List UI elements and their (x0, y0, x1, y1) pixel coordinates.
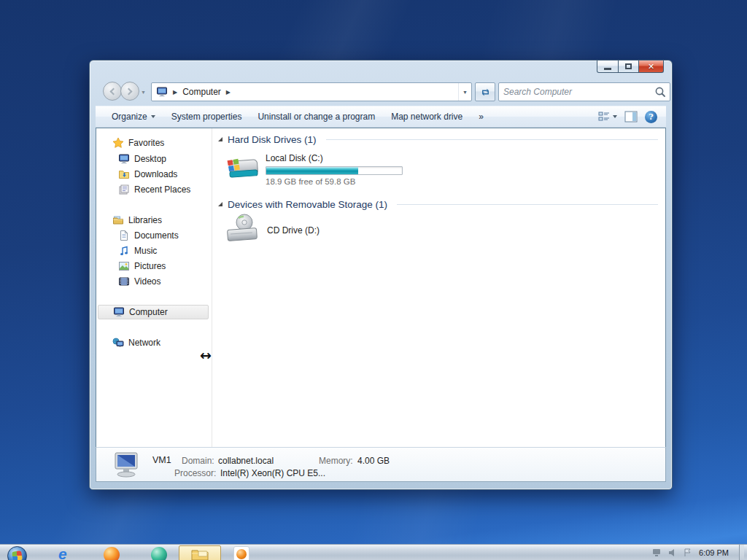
tray-network-icon[interactable] (652, 548, 662, 557)
toolbar-right-group: ? (598, 111, 666, 123)
sidebar-item-network[interactable]: Network (98, 335, 209, 350)
window-controls: ✕ (597, 61, 664, 73)
group-expanded-icon (218, 137, 222, 141)
sidebar-item-computer[interactable]: Computer (98, 305, 209, 319)
sidebar-item-label: Desktop (134, 154, 166, 164)
organize-label: Organize (112, 112, 147, 122)
map-network-drive-label: Map network drive (391, 112, 462, 122)
taskbar-item-app-orange[interactable] (233, 546, 249, 560)
forward-button[interactable] (120, 82, 139, 101)
processor-value: Intel(R) Xeon(R) CPU E5... (220, 468, 325, 478)
sidebar-item-label: Pictures (134, 261, 166, 271)
tray-action-center-icon[interactable] (683, 548, 692, 557)
sidebar-item-libraries[interactable]: Libraries (98, 213, 209, 228)
navigation-pane: Favorites Desktop Downloads Recent Place… (96, 128, 212, 447)
maximize-button[interactable] (619, 61, 639, 73)
firefox-icon (104, 547, 120, 560)
uninstall-program-button[interactable]: Uninstall or change a program (249, 109, 383, 125)
refresh-icon (480, 87, 491, 98)
music-note-icon (118, 245, 130, 257)
film-icon (118, 276, 130, 287)
sidebar-item-videos[interactable]: Videos (98, 274, 209, 289)
command-toolbar: Organize System properties Uninstall or … (96, 106, 666, 128)
search-input[interactable] (499, 85, 654, 99)
disk-usage-fill (266, 167, 358, 174)
recent-places-icon (118, 184, 130, 195)
sidebar-item-label: Favorites (128, 138, 164, 148)
computer-icon (156, 86, 168, 98)
organize-menu-button[interactable]: Organize (104, 109, 163, 125)
computer-large-icon (111, 451, 143, 479)
folder-icon (191, 548, 209, 560)
sidebar-item-label: Network (128, 338, 160, 348)
downloads-icon (118, 168, 130, 180)
drive-name: Local Disk (C:) (266, 153, 403, 165)
refresh-button[interactable] (475, 82, 495, 101)
sidebar-item-pictures[interactable]: Pictures (98, 259, 209, 273)
libraries-icon (112, 214, 124, 226)
history-dropdown-button[interactable]: ▼ (141, 90, 146, 95)
breadcrumb-separator-icon[interactable]: ▶ (226, 89, 231, 96)
preview-pane-button[interactable] (624, 111, 638, 122)
search-icon[interactable] (654, 85, 667, 98)
address-bar[interactable]: ▶ Computer ▶ ▼ (151, 82, 472, 101)
taskbar: e 6:09 PM (0, 544, 747, 560)
sidebar-item-label: Computer (129, 307, 168, 317)
group-header-label: Devices with Removable Storage (1) (228, 199, 387, 210)
desktop: ✕ ▼ ▶ Computer ▶ ▼ (0, 0, 747, 560)
sidebar-item-favorites[interactable]: Favorites (98, 136, 209, 150)
resize-cursor: ↔ (200, 347, 212, 363)
start-button[interactable] (7, 546, 27, 560)
breadcrumb-location[interactable]: Computer (182, 87, 221, 97)
drive-item-local-disk-c[interactable]: Local Disk (C:) 18.9 GB free of 59.8 GB (225, 153, 403, 186)
back-button[interactable] (103, 82, 122, 101)
domain-label: Domain: (182, 456, 214, 466)
sidebar-item-recent-places[interactable]: Recent Places (98, 182, 209, 197)
domain-value: collabnet.local (218, 456, 274, 466)
explorer-window: ✕ ▼ ▶ Computer ▶ ▼ (89, 60, 673, 490)
disk-free-text: 18.9 GB free of 59.8 GB (266, 177, 403, 186)
sidebar-item-label: Music (134, 246, 157, 256)
group-header-rule (326, 139, 658, 140)
toolbar-overflow-button[interactable]: » (471, 109, 492, 125)
chevron-down-icon (151, 115, 155, 118)
help-button[interactable]: ? (645, 111, 657, 123)
address-dropdown-button[interactable]: ▼ (458, 83, 471, 101)
star-icon (112, 137, 124, 149)
sidebar-item-desktop[interactable]: Desktop (98, 152, 209, 166)
minimize-button[interactable] (597, 61, 619, 73)
taskbar-item-internet-explorer[interactable]: e (58, 547, 67, 560)
views-icon (598, 111, 610, 122)
navigation-bar: ▼ ▶ Computer ▶ ▼ (96, 81, 666, 103)
sidebar-item-label: Videos (134, 276, 160, 287)
taskbar-item-app-green[interactable] (151, 547, 167, 560)
group-header-removable-storage[interactable]: Devices with Removable Storage (1) (218, 198, 658, 211)
orange-app-icon (233, 546, 249, 560)
maximize-icon (625, 63, 632, 69)
group-header-hard-disk-drives[interactable]: Hard Disk Drives (1) (218, 133, 658, 146)
change-view-button[interactable] (598, 111, 617, 122)
taskbar-clock[interactable]: 6:09 PM (697, 548, 733, 557)
computer-icon (113, 306, 125, 318)
taskbar-item-explorer-active[interactable] (179, 545, 221, 560)
sidebar-item-downloads[interactable]: Downloads (98, 167, 209, 182)
system-properties-button[interactable]: System properties (163, 109, 250, 125)
internet-explorer-icon: e (58, 545, 67, 560)
group-header-rule (397, 204, 658, 205)
computer-name: VM1 (152, 455, 171, 465)
hard-disk-icon (225, 153, 260, 184)
breadcrumb-separator-icon[interactable]: ▶ (173, 89, 177, 96)
drive-item-cd-drive-d[interactable]: CD Drive (D:) (225, 213, 320, 248)
sidebar-item-music[interactable]: Music (98, 244, 209, 258)
map-network-drive-button[interactable]: Map network drive (383, 109, 471, 125)
close-button[interactable]: ✕ (639, 61, 664, 73)
close-icon: ✕ (648, 62, 654, 71)
drive-name: CD Drive (D:) (267, 225, 320, 236)
sidebar-item-documents[interactable]: Documents (98, 228, 209, 243)
memory-value: 4.00 GB (357, 456, 390, 466)
tray-volume-icon[interactable] (668, 548, 677, 557)
taskbar-item-firefox[interactable] (104, 547, 120, 560)
group-header-label: Hard Disk Drives (1) (228, 134, 317, 145)
show-desktop-button[interactable] (739, 545, 744, 560)
sidebar-item-label: Documents (134, 230, 179, 241)
